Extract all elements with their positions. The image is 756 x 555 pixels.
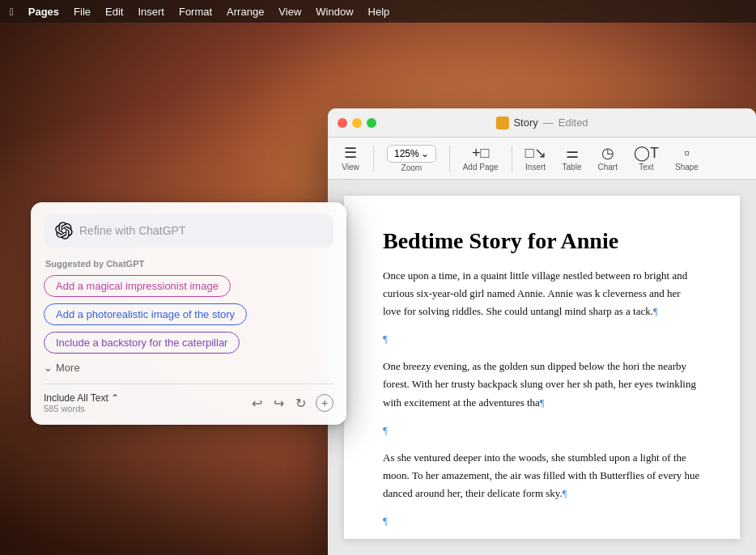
add-page-icon: +□ [472, 145, 489, 163]
panel-footer: Include All Text ⌃ 585 words ↩ ↪ ↻ + [44, 383, 333, 413]
zoom-chevron: ⌄ [421, 148, 429, 159]
edited-badge: Edited [559, 117, 588, 129]
suggestions-label: Suggested by ChatGPT [44, 259, 333, 269]
chatgpt-logo-icon [55, 222, 73, 239]
refine-bar[interactable] [44, 214, 333, 248]
table-icon: ⚌ [566, 145, 579, 163]
toolbar-add-page[interactable]: +□ Add Page [457, 142, 505, 176]
toolbar-zoom[interactable]: 125% ⌄ Zoom [380, 142, 443, 176]
redo-button[interactable]: ↪ [272, 394, 286, 413]
zoom-control[interactable]: 125% ⌄ [387, 145, 436, 163]
menu-help[interactable]: Help [368, 6, 390, 18]
maximize-button[interactable] [367, 118, 376, 128]
view-icon: ☰ [344, 145, 357, 163]
include-text[interactable]: Include All Text ⌃ [44, 392, 119, 404]
suggestion-1[interactable]: Add a magical impressionist image [44, 275, 231, 297]
menu-pages[interactable]: Pages [28, 6, 59, 18]
toolbar-divider-2 [449, 146, 450, 172]
chatgpt-panel: Suggested by ChatGPT Add a magical impre… [31, 202, 346, 425]
toolbar-view[interactable]: ☰ View [334, 142, 367, 176]
document-page: Bedtime Story for Annie Once upon a time… [344, 196, 740, 539]
word-count: 585 words [44, 404, 119, 413]
paragraph-2: One breezy evening, as the golden sun di… [383, 358, 701, 411]
pages-window: Story — Edited ☰ View 125% ⌄ Zoom +□ Add… [328, 108, 756, 555]
document-title: Story [513, 117, 537, 129]
refresh-button[interactable]: ↻ [294, 394, 308, 413]
add-button[interactable]: + [316, 394, 333, 412]
minimize-button[interactable] [352, 118, 362, 128]
paragraph-1: Once upon a time, in a quaint little vil… [383, 267, 701, 320]
menu-insert[interactable]: Insert [138, 6, 164, 18]
close-button[interactable] [338, 118, 347, 128]
zoom-value: 125% [394, 148, 419, 159]
paragraph-break-2: ¶ [383, 422, 701, 439]
shape-icon: ▫ [684, 145, 689, 163]
paragraph-3: As she ventured deeper into the woods, s… [383, 449, 701, 502]
chart-icon: ◷ [601, 145, 614, 163]
document-heading: Bedtime Story for Annie [383, 228, 701, 254]
menu-arrange[interactable]: Arrange [227, 6, 264, 18]
menu-format[interactable]: Format [179, 6, 212, 18]
document-area[interactable]: Bedtime Story for Annie Once upon a time… [328, 180, 756, 555]
suggestions-list: Add a magical impressionist image Add a … [44, 275, 333, 360]
toolbar-chart[interactable]: ◷ Chart [592, 142, 624, 176]
toolbar-shape[interactable]: ▫ Shape [669, 142, 705, 176]
window-title-area: Story — Edited [495, 117, 588, 129]
menu-bar:  Pages File Edit Insert Format Arrange … [0, 0, 756, 23]
footer-info: Include All Text ⌃ 585 words [44, 392, 119, 413]
paragraph-break-3: ¶ [383, 512, 701, 530]
toolbar-divider-1 [373, 146, 374, 172]
insert-icon: □↘ [525, 145, 546, 163]
toolbar-table[interactable]: ⚌ Table [556, 142, 588, 176]
toolbar-divider-3 [512, 146, 512, 172]
menu-window[interactable]: Window [316, 6, 353, 18]
paragraph-break-1: ¶ [383, 330, 701, 348]
refine-input[interactable] [79, 224, 322, 237]
footer-actions: ↩ ↪ ↻ + [250, 394, 333, 413]
suggestion-3[interactable]: Include a backstory for the caterpillar [44, 332, 240, 354]
more-button[interactable]: ⌄ More [44, 360, 80, 375]
menu-edit[interactable]: Edit [105, 6, 123, 18]
apple-menu[interactable]:  [10, 6, 14, 18]
document-icon [495, 117, 508, 129]
title-bar: Story — Edited [328, 108, 756, 138]
toolbar: ☰ View 125% ⌄ Zoom +□ Add Page □↘ Insert… [328, 138, 756, 180]
suggestion-2[interactable]: Add a photorealistic image of the story [44, 303, 247, 325]
menu-view[interactable]: View [278, 6, 301, 18]
toolbar-text[interactable]: ◯T Text [627, 142, 665, 176]
menu-file[interactable]: File [74, 6, 91, 18]
text-icon: ◯T [634, 145, 659, 163]
toolbar-insert[interactable]: □↘ Insert [519, 142, 553, 176]
undo-button[interactable]: ↩ [250, 394, 264, 413]
chevron-down-icon: ⌄ [44, 362, 53, 374]
traffic-lights[interactable] [338, 118, 376, 128]
